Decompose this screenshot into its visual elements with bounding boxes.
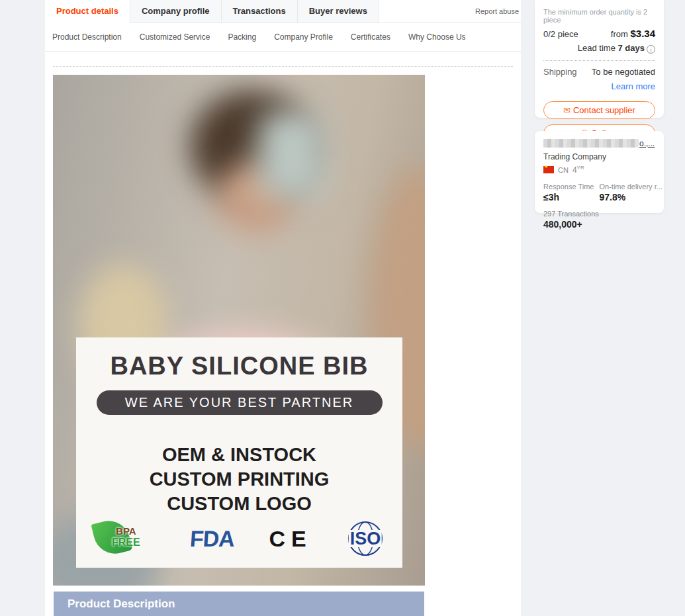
hero-slogan: OEM & INSTOCK CUSTOM PRINTING CUSTOM LOG…: [76, 443, 402, 516]
supplier-name-blurred: [543, 139, 639, 148]
certification-badges: BPA FREE FDA CE ISO: [76, 520, 402, 557]
photo-silicone-cup: [257, 110, 327, 200]
supplier-name-tail: o.,...: [639, 139, 655, 148]
tab-transactions[interactable]: Transactions: [222, 0, 298, 22]
product-hero-image: BABY SILICONE BIB WE ARE YOUR BEST PARTN…: [53, 75, 425, 586]
dotted-divider: [543, 60, 655, 61]
subnav-certificates[interactable]: Certificates: [351, 32, 390, 42]
price-value: $3.34: [630, 28, 655, 39]
country-code: CN: [558, 166, 569, 174]
delivery-label: On-time delivery r...: [600, 183, 656, 191]
hero-title: BABY SILICONE BIB: [76, 352, 402, 380]
response-time-stat: Response Time ≤3h: [543, 183, 600, 202]
dashed-divider: [53, 66, 513, 67]
bpa-text: BPA: [112, 525, 140, 537]
lead-time-value: 7 days: [618, 43, 645, 53]
order-summary-card: The minimum order quantity is 2 piece 0/…: [535, 0, 664, 118]
subnav-customized-service[interactable]: Customized Service: [140, 32, 210, 42]
hero-banner: WE ARE YOUR BEST PARTNER: [97, 390, 383, 415]
tab-product-details[interactable]: Product details: [45, 0, 130, 23]
contact-supplier-button[interactable]: ✉Contact supplier: [543, 101, 655, 119]
tab-buyer-reviews[interactable]: Buyer reviews: [298, 0, 379, 22]
hero-text-panel: BABY SILICONE BIB WE ARE YOUR BEST PARTN…: [76, 337, 402, 568]
price-prefix: from: [611, 29, 631, 39]
subnav-company-profile[interactable]: Company Profile: [274, 32, 333, 42]
free-text: FREE: [112, 537, 140, 548]
shipping-label: Shipping: [543, 67, 577, 77]
moq-note: The minimum order quantity is 2 piece: [543, 8, 655, 24]
iso-badge: ISO: [347, 520, 384, 557]
iso-text: ISO: [349, 530, 383, 547]
ce-badge: CE: [269, 526, 312, 552]
product-detail-panel: Product details Company profile Transact…: [45, 0, 521, 616]
bpa-free-label: BPA FREE: [112, 525, 140, 548]
hero-slogan-line3: CUSTOM LOGO: [76, 492, 402, 516]
lead-time-label: Lead time: [578, 43, 618, 53]
subnav-why-choose-us[interactable]: Why Choose Us: [408, 32, 466, 42]
delivery-value: 97.8%: [600, 192, 656, 202]
response-time-value: ≤3h: [543, 192, 600, 202]
supplier-card: o.,... Trading Company ★ CN 4YR Response…: [535, 131, 664, 213]
contact-supplier-label: Contact supplier: [573, 105, 635, 115]
section-subnav: Product Description Customized Service P…: [45, 23, 521, 52]
flag-star: ★: [544, 164, 548, 169]
info-icon[interactable]: i: [647, 45, 655, 54]
hero-slogan-line2: CUSTOM PRINTING: [76, 467, 402, 492]
transactions-stat: 297 Transactions 480,000+: [543, 210, 655, 230]
tab-company-profile[interactable]: Company profile: [130, 0, 222, 22]
supplier-name[interactable]: o.,...: [543, 139, 655, 148]
report-abuse-link[interactable]: Report abuse: [475, 7, 521, 15]
product-description-header: Product Description: [54, 592, 424, 616]
subnav-packing[interactable]: Packing: [228, 32, 256, 42]
transactions-label: 297 Transactions: [543, 210, 655, 218]
supplier-stats: Response Time ≤3h On-time delivery r... …: [543, 183, 655, 202]
page: Product details Company profile Transact…: [0, 0, 685, 616]
supplier-country-row: ★ CN 4YR: [543, 165, 655, 175]
mail-icon: ✉: [563, 105, 571, 115]
response-time-label: Response Time: [543, 183, 600, 191]
delivery-stat: On-time delivery r... 97.8%: [600, 183, 656, 202]
learn-more-link[interactable]: Learn more: [543, 81, 655, 91]
hero-slogan-line1: OEM & INSTOCK: [76, 443, 402, 467]
bpa-free-badge: BPA FREE: [95, 520, 156, 557]
transactions-value: 480,000+: [543, 219, 655, 230]
fda-badge: FDA: [189, 526, 236, 552]
detail-tabs: Product details Company profile Transact…: [45, 0, 521, 23]
supplier-type: Trading Company: [543, 152, 655, 161]
years-badge: 4YR: [572, 165, 584, 175]
lead-time-row: Lead time 7 daysi: [543, 43, 655, 54]
quantity-value: 0/2 piece: [543, 29, 578, 39]
subnav-product-description[interactable]: Product Description: [52, 32, 122, 42]
shipping-value: To be negotiated: [592, 67, 655, 77]
china-flag-icon: ★: [543, 166, 554, 173]
